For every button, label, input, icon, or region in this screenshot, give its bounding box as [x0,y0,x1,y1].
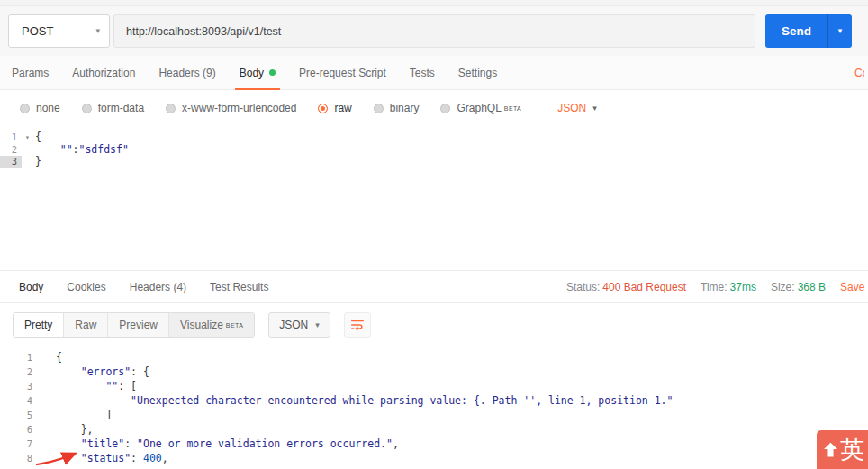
line-number: 7 [0,437,36,451]
size-value: 368 B [798,281,826,293]
tab-label: Test Results [210,281,268,293]
body-mode-bar: noneform-datax-www-form-urlencodedrawbin… [0,90,868,126]
up-arrow-icon [821,440,840,459]
line-content: } [35,156,41,168]
line-content: ] [56,408,112,422]
status-label: Status: [566,281,600,293]
code-line: 1▾{ [0,131,868,144]
radio-icon [20,104,30,113]
response-body-viewer[interactable]: 1{2 "errors": {3 "": [4 "Unexpected char… [0,347,868,469]
request-tab-pre-request-script[interactable]: Pre-request Script [287,56,398,89]
line-content: "":"sdfdsf" [35,144,129,157]
response-language-dropdown[interactable]: JSON ▾ [268,312,330,338]
code-line: 5 ] [0,408,868,422]
line-number: 4 [0,393,36,408]
send-button[interactable]: Send [765,14,827,48]
raw-language-dropdown[interactable]: JSON ▾ [557,102,597,114]
mode-label: raw [334,102,351,114]
request-tab-authorization[interactable]: Authorization [60,56,147,89]
tab-label: Headers (4) [130,281,186,293]
radio-icon [82,104,92,113]
chevron-down-icon: ▾ [592,104,597,113]
body-mode-none[interactable]: none [20,102,60,114]
mode-label: GraphQL [457,102,501,114]
request-tabs-bar: ParamsAuthorizationHeaders (9)BodyPre-re… [0,56,868,90]
view-tab-visualize[interactable]: VisualizeBETA [169,313,254,337]
code-line: 3} [0,156,868,168]
chevron-down-icon: ▾ [838,27,843,35]
response-tabs: BodyCookiesHeaders (4)Test Results [7,271,280,302]
line-number: 2 [0,144,22,157]
line-content: { [35,131,41,144]
url-input[interactable]: http://localhost:8093/api/v1/test [113,14,755,48]
url-builder: POST ▾ http://localhost:8093/api/v1/test… [0,6,868,56]
response-meta: Status:400 Bad Request Time:37ms Size:36… [566,281,868,293]
line-content: "Unexpected character encountered while … [56,393,673,408]
view-tab-raw[interactable]: Raw [64,313,108,337]
request-body-editor[interactable]: 1▾{2 "":"sdfdsf"3} [0,126,868,270]
status-value: 400 Bad Request [602,281,686,293]
mode-label: x-www-form-urlencoded [182,102,296,114]
line-content: "": [ [56,379,137,393]
line-content: }, [56,422,94,437]
line-number: 1 [0,131,22,144]
method-label: POST [22,24,53,38]
tab-label: Pretty [24,319,52,331]
beta-badge: BETA [226,322,243,329]
chevron-down-icon: ▾ [95,27,100,35]
body-mode-form-data[interactable]: form-data [82,102,144,114]
tab-label: Body [240,67,264,79]
body-mode-binary[interactable]: binary [374,102,420,114]
response-view-bar: PrettyRawPreviewVisualizeBETA JSON ▾ [0,303,868,347]
body-mode-x-www-form-urlencoded[interactable]: x-www-form-urlencoded [166,102,296,114]
line-number: 2 [0,365,36,379]
response-tab-cookies[interactable]: Cookies [55,271,117,302]
code-line: 1{ [0,350,868,365]
view-tab-preview[interactable]: Preview [108,313,169,337]
request-tab-headers-9[interactable]: Headers (9) [147,56,227,89]
request-tab-body[interactable]: Body [228,56,287,89]
line-number: 6 [0,422,36,437]
body-mode-graphql[interactable]: GraphQLBETA [440,102,521,114]
request-tab-tests[interactable]: Tests [398,56,447,89]
request-tabs: ParamsAuthorizationHeaders (9)BodyPre-re… [0,56,509,89]
tab-label: Raw [75,319,96,331]
code-line: 8 "status": 400, [0,451,868,465]
status-meta: Status:400 Bad Request [566,281,686,293]
radio-icon [318,104,328,113]
line-number: 1 [0,350,36,365]
language-label: JSON [557,102,586,114]
save-response-button[interactable]: Save Response [840,281,868,293]
request-tab-settings[interactable]: Settings [447,56,509,89]
radio-icon [166,104,176,113]
body-mode-raw[interactable]: raw [318,102,351,114]
cookies-link[interactable]: Cookies [854,67,864,79]
ime-language-char: 英 [840,437,864,462]
tab-label: Settings [458,67,497,79]
beta-badge: BETA [504,105,521,112]
method-dropdown[interactable]: POST ▾ [8,14,110,48]
tab-label: Tests [410,67,435,79]
fold-caret-icon: ▾ [22,131,33,144]
tab-label: Headers (9) [158,67,215,79]
send-options-button[interactable]: ▾ [827,14,852,48]
line-number: 8 [0,451,36,465]
send-split-button: Send ▾ [765,14,852,48]
top-scrollbar[interactable] [0,0,868,6]
chevron-down-icon: ▾ [315,321,320,329]
language-label: JSON [279,319,308,331]
radio-icon [440,104,450,113]
response-tab-test-results[interactable]: Test Results [198,271,280,302]
line-content: { [56,350,62,365]
request-tab-params[interactable]: Params [0,56,60,89]
tab-label: Authorization [72,67,135,79]
body-mode-radios: noneform-datax-www-form-urlencodedrawbin… [20,90,521,126]
body-content-dot-icon [269,69,276,76]
view-tab-pretty[interactable]: Pretty [14,313,64,337]
response-tab-headers-4[interactable]: Headers (4) [118,271,198,302]
wrap-text-button[interactable] [344,312,371,338]
code-line: 3 "": [ [0,379,868,393]
size-meta: Size:368 B [771,281,826,293]
code-line: 6 }, [0,422,868,437]
response-tab-body[interactable]: Body [7,271,55,302]
